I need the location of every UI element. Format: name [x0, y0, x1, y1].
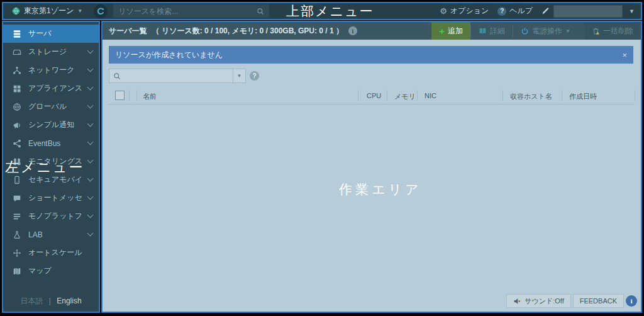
- help-button[interactable]: ? ヘルプ: [497, 6, 533, 16]
- chevron-down-icon: [87, 121, 94, 127]
- divider: [417, 90, 418, 101]
- sidebar-item-simple-notification[interactable]: シンプル通知: [3, 116, 99, 134]
- sidebar-item-appliance[interactable]: アプライアンス: [3, 79, 99, 98]
- options-button[interactable]: ⚙ オプション: [440, 6, 489, 16]
- info-icon[interactable]: i: [626, 295, 637, 307]
- sound-toggle-button[interactable]: サウンド:Off: [506, 294, 571, 308]
- chevron-down-icon: [87, 84, 94, 91]
- chevron-down-icon: [87, 139, 94, 145]
- page-title: サーバ一覧: [109, 26, 147, 37]
- divider: [562, 90, 562, 101]
- chat-icon: [12, 194, 22, 203]
- account-combobox: ▼: [541, 5, 635, 18]
- chevron-down-icon: [87, 176, 94, 182]
- add-button[interactable]: + 追加: [431, 22, 470, 40]
- divider: [358, 90, 358, 101]
- sidebar-item-lab[interactable]: LAB: [3, 225, 99, 244]
- add-button-label: 追加: [448, 26, 463, 37]
- sidebar-item-server[interactable]: サーバ: [3, 25, 99, 43]
- sidebar-item-label: マップ: [28, 266, 92, 276]
- sidebar-item-label: ネットワーク: [28, 65, 82, 76]
- globe-icon: [12, 103, 22, 111]
- globe-zone-icon: [12, 7, 20, 15]
- account-input[interactable]: [553, 5, 623, 18]
- select-all-checkbox[interactable]: [115, 91, 125, 100]
- sidebar-item-label: サーバ: [28, 28, 92, 39]
- sidebar-item-label: シンプル通知: [28, 120, 82, 130]
- filter-search-box: ▼: [109, 69, 246, 83]
- resource-summary: （ リソース数: 0 / 100, メモリ: 0 / 300GB, GPU: 0…: [152, 26, 343, 37]
- empty-resources-banner: リソースが作成されていません ×: [109, 46, 633, 64]
- chevron-down-icon: [87, 230, 94, 237]
- network-icon: [12, 66, 22, 75]
- autoscale-icon: [12, 249, 22, 257]
- search-input[interactable]: [113, 7, 257, 16]
- sidebar-item-network[interactable]: ネットワーク: [3, 61, 99, 79]
- sidebar-item-mono-platform[interactable]: モノプラットフォーム: [3, 207, 99, 225]
- chevron-down-icon: ▼: [77, 8, 82, 14]
- divider: [635, 90, 635, 101]
- work-area-annotation: 作業エリア: [339, 181, 421, 198]
- banner-message: リソースが作成されていません: [115, 50, 223, 60]
- chevron-down-icon: [87, 66, 94, 72]
- info-icon[interactable]: i: [348, 26, 357, 35]
- book-icon: [479, 27, 487, 35]
- filter-search-input[interactable]: [121, 72, 233, 81]
- sidebar-item-label: モノプラットフォーム: [28, 211, 82, 222]
- column-name: 名前: [143, 92, 157, 101]
- detail-button[interactable]: 詳細: [471, 22, 513, 40]
- sidebar-item-global[interactable]: グローバル: [3, 98, 99, 116]
- chevron-down-icon: [87, 157, 94, 164]
- chevron-down-icon: [87, 212, 94, 218]
- column-nic: NIC: [425, 92, 436, 99]
- search-icon: [257, 8, 264, 15]
- feedback-label: FEEDBACK: [580, 297, 617, 305]
- power-button-label: 電源操作: [532, 26, 562, 37]
- pencil-icon: [541, 7, 550, 15]
- power-button[interactable]: 電源操作 ▼: [513, 22, 578, 40]
- sidebar-item-map[interactable]: マップ: [3, 262, 99, 280]
- filter-help-icon[interactable]: ?: [250, 71, 259, 81]
- work-area-body: リソースが作成されていません × ▼ ? 名前 CPU: [103, 40, 641, 312]
- top-bar: 東京第1ゾーン ▼ ⚙ オプション ? ヘルプ: [2, 2, 642, 20]
- refresh-button[interactable]: [94, 4, 108, 18]
- divider: [136, 90, 137, 101]
- sidebar-item-autoscale[interactable]: オートスケール: [3, 244, 99, 262]
- lang-separator: |: [49, 296, 51, 305]
- help-icon: ?: [497, 7, 506, 16]
- chevron-down-icon: [87, 194, 94, 200]
- detail-button-label: 詳細: [490, 26, 505, 37]
- sidebar-item-label: LAB: [28, 230, 82, 239]
- zone-selector[interactable]: 東京第1ゾーン ▼: [3, 6, 89, 16]
- sidebar-item-label: EventBus: [28, 139, 82, 148]
- sidebar-item-short-message[interactable]: ショートメッセージ: [3, 189, 99, 207]
- search-icon: [113, 72, 121, 80]
- filter-dropdown-icon[interactable]: ▼: [233, 69, 245, 82]
- lang-japanese-link[interactable]: 日本語: [20, 296, 43, 305]
- language-switcher: 日本語 | English: [3, 296, 99, 307]
- chevron-down-icon: [87, 103, 94, 109]
- account-dropdown-icon[interactable]: ▼: [629, 8, 635, 14]
- chevron-down-icon: ▼: [565, 28, 570, 34]
- close-icon[interactable]: ×: [622, 50, 627, 60]
- lang-english-link[interactable]: English: [57, 296, 81, 305]
- sidebar-item-eventbus[interactable]: EventBus: [3, 134, 99, 152]
- sidebar-item-label: グローバル: [28, 101, 82, 112]
- work-area: サーバ一覧 （ リソース数: 0 / 100, メモリ: 0 / 300GB, …: [101, 21, 642, 313]
- sidebar-item-label: アプライアンス: [28, 83, 82, 94]
- gear-icon: ⚙: [440, 6, 447, 16]
- sidebar-item-storage[interactable]: ストレージ: [3, 43, 99, 61]
- flask-icon: [12, 230, 22, 239]
- plus-icon: +: [439, 26, 445, 37]
- divider: [129, 90, 130, 101]
- feedback-button[interactable]: FEEDBACK: [573, 294, 624, 308]
- column-created: 作成日時: [569, 92, 597, 101]
- mobile-icon: [12, 176, 22, 184]
- left-menu: サーバ ストレージ ネットワーク アプライアンス グローバル: [2, 21, 100, 313]
- sidebar-item-secure-mobile[interactable]: セキュアモバイル: [3, 171, 99, 189]
- sidebar-item-monitoring-suite[interactable]: モニタリングスイート: [3, 152, 99, 171]
- speaker-icon: [513, 297, 521, 305]
- chevron-down-icon: [87, 48, 94, 54]
- resource-search: [113, 4, 270, 18]
- bulk-delete-button[interactable]: 一括削除: [584, 22, 641, 40]
